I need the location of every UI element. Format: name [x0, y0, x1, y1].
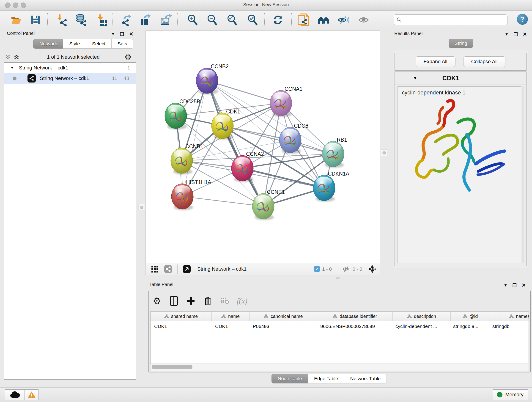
node-CCNB2[interactable]	[196, 68, 218, 95]
show-columns-icon[interactable]	[169, 296, 179, 306]
table-tab-node-table[interactable]: Node Table	[272, 374, 308, 383]
node-CDK1[interactable]	[211, 113, 234, 140]
zoom-fit-button[interactable]	[226, 14, 238, 26]
network-canvas[interactable]: CCNB2CCNA1CDC25BCDK1CDC6RB1CCNB1CCNA2CDK…	[146, 31, 380, 263]
column-header-database-identifier[interactable]: database identifier	[317, 312, 393, 321]
column-header-name[interactable]: name	[212, 312, 249, 321]
table-tab-network-table[interactable]: Network Table	[344, 374, 387, 383]
import-table-file-button[interactable]	[96, 14, 108, 26]
refresh-button[interactable]	[272, 14, 284, 26]
table-header-row: shared namenamecanonical namedatabase id…	[151, 312, 529, 321]
zoom-in-button[interactable]	[186, 14, 198, 26]
export-network-icon	[120, 14, 132, 26]
network-options-gear-icon[interactable]: ⚙	[125, 52, 132, 62]
grid-view-icon[interactable]	[151, 265, 159, 273]
selected-checkbox-icon[interactable]: ✓	[314, 266, 320, 272]
table-settings-gear-icon[interactable]: ⚙	[152, 296, 162, 306]
node-CCNB1[interactable]	[171, 148, 193, 174]
warnings-button[interactable]	[25, 389, 38, 400]
table-cell[interactable]: CDK1	[151, 321, 211, 331]
float-panel-icon[interactable]: ❒	[514, 32, 518, 37]
node-CCNE1[interactable]	[252, 193, 274, 220]
node-CDC25B[interactable]	[165, 103, 187, 129]
column-header-@id[interactable]: @id	[451, 312, 490, 321]
expand-all-icon[interactable]	[13, 54, 20, 60]
table-cell[interactable]: 9606.ENSP00000378699	[317, 321, 392, 331]
table-tab-edge-table[interactable]: Edge Table	[308, 374, 344, 383]
tab-sets[interactable]: Sets	[112, 39, 133, 49]
edge-HIST1H1A-CCNE1[interactable]	[182, 196, 263, 206]
collapse-all-button[interactable]: Collapse All	[463, 56, 506, 67]
float-panel-icon[interactable]: ❒	[513, 283, 517, 288]
column-type-icon	[463, 314, 467, 318]
zoom-out-button[interactable]	[206, 14, 218, 26]
protein-structure-image	[405, 97, 513, 196]
panel-menu-icon[interactable]: ▼	[505, 32, 509, 37]
tab-network[interactable]: Network	[33, 39, 63, 49]
help-button[interactable]: ?	[517, 14, 528, 25]
node-RB1[interactable]	[322, 141, 344, 168]
table-cell[interactable]: cyclin-dependent ...	[392, 321, 450, 331]
node-CDKN1A[interactable]	[313, 175, 335, 202]
search-input[interactable]	[403, 17, 507, 23]
import-network-file-button[interactable]	[56, 14, 68, 26]
cloud-button[interactable]	[5, 389, 25, 400]
horizontal-splitter-handle[interactable]	[336, 277, 340, 279]
birdseye-view-icon[interactable]	[368, 265, 376, 273]
detach-view-icon[interactable]	[183, 265, 191, 273]
results-tab-string[interactable]: String	[449, 39, 473, 48]
table-row[interactable]: CDK1CDK1P064939606.ENSP00000378699cyclin…	[151, 321, 529, 331]
protein-result-card: ▼ CDK1 cyclin-dependent kinase 1	[394, 71, 526, 266]
first-neighbors-button[interactable]	[317, 14, 329, 26]
collapse-all-icon[interactable]	[5, 54, 12, 60]
column-header-shared-name[interactable]: shared name	[151, 312, 212, 321]
node-HIST1H1A[interactable]	[171, 184, 193, 210]
export-table-button[interactable]	[140, 14, 152, 26]
edge-CCNB2-CCNE1[interactable]	[207, 81, 263, 206]
export-image-button[interactable]	[160, 14, 172, 26]
table-cell[interactable]: stringdb:9...	[450, 321, 489, 331]
delete-column-trash-icon[interactable]	[203, 296, 213, 306]
memory-button[interactable]: Memory	[493, 389, 528, 400]
left-splitter-handle[interactable]	[138, 204, 145, 211]
tab-style[interactable]: Style	[63, 39, 86, 49]
node-CCNA2[interactable]	[231, 155, 253, 182]
zoom-selected-button[interactable]	[247, 14, 259, 26]
column-header-canonical-name[interactable]: canonical name	[249, 312, 317, 321]
float-panel-icon[interactable]: ❒	[120, 32, 124, 37]
expand-all-button[interactable]: Expand All	[416, 56, 456, 67]
panel-menu-icon[interactable]: ▼	[111, 32, 115, 36]
close-panel-icon[interactable]: ✕	[129, 31, 133, 37]
collapse-card-icon[interactable]: ▼	[413, 76, 417, 81]
network-row-selected[interactable]: String Network – cdk1 11 48	[4, 73, 136, 84]
protein-card-header[interactable]: ▼ CDK1	[395, 72, 526, 85]
network-collection-row[interactable]: ▼ String Network – cdk1 1	[4, 63, 136, 73]
string-results-container: Expand All Collapse All ▼ CDK1 cyclin-de…	[393, 50, 528, 268]
table-cell[interactable]: stringdb	[489, 321, 529, 331]
table-cell[interactable]: CDK1	[211, 321, 249, 331]
open-session-button[interactable]	[10, 14, 22, 26]
close-panel-icon[interactable]: ✕	[522, 282, 526, 288]
copy-network-button[interactable]	[297, 14, 309, 26]
right-splitter-handle[interactable]	[381, 149, 387, 156]
network-share-view-icon[interactable]	[164, 265, 172, 273]
hide-selected-button[interactable]	[337, 14, 349, 26]
node-label-CCNA2: CCNA2	[246, 151, 264, 157]
show-all-button[interactable]	[358, 14, 370, 26]
scrollbar-thumb[interactable]	[152, 365, 192, 369]
export-network-button[interactable]	[120, 14, 132, 26]
table-horizontal-scrollbar[interactable]	[150, 364, 529, 371]
column-header-description[interactable]: description	[393, 312, 451, 321]
save-session-button[interactable]	[30, 14, 42, 26]
results-scrollbar[interactable]	[522, 86, 524, 263]
node-CCNA1[interactable]	[270, 90, 292, 117]
add-column-icon[interactable]	[186, 296, 196, 306]
tab-select[interactable]: Select	[86, 39, 112, 49]
edge-CCNB2-CCNA1[interactable]	[207, 81, 281, 103]
panel-menu-icon[interactable]: ▼	[504, 283, 507, 288]
import-network-database-button[interactable]	[75, 14, 87, 26]
table-cell[interactable]: P06493	[249, 321, 317, 331]
close-panel-icon[interactable]: ✕	[523, 32, 527, 37]
collection-expand-icon[interactable]: ▼	[10, 66, 14, 70]
column-header-namespace[interactable]: namespace	[490, 312, 529, 321]
